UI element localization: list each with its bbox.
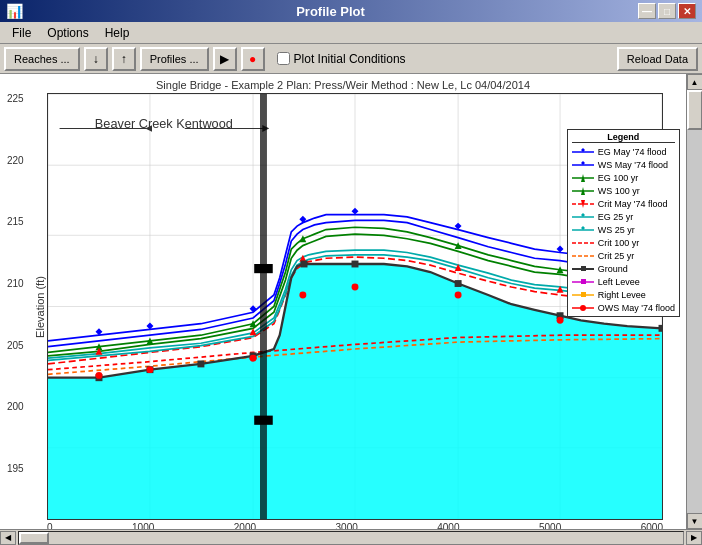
y-tick-215: 215 xyxy=(7,216,24,227)
v-scroll-thumb[interactable] xyxy=(687,90,703,130)
legend-item-ws-100: WS 100 yr xyxy=(572,184,675,197)
svg-point-50 xyxy=(95,372,102,379)
legend-box: Legend EG May '74 flood WS May '74 flood… xyxy=(567,129,680,317)
y-tick-205: 205 xyxy=(7,340,24,351)
maximize-button[interactable]: □ xyxy=(658,3,676,19)
scroll-right-button[interactable]: ▶ xyxy=(686,531,702,545)
menu-help[interactable]: Help xyxy=(97,24,138,42)
svg-rect-18 xyxy=(260,94,267,519)
y-tick-225: 225 xyxy=(7,93,24,104)
x-tick-6000: 6000 xyxy=(641,522,663,529)
svg-rect-49 xyxy=(659,325,663,332)
reaches-button[interactable]: Reaches ... xyxy=(4,47,80,71)
svg-rect-43 xyxy=(197,360,204,367)
y-tick-220: 220 xyxy=(7,155,24,166)
legend-item-ows-may74: OWS May '74 flood xyxy=(572,301,675,314)
svg-point-53 xyxy=(299,292,306,299)
svg-point-55 xyxy=(455,292,462,299)
svg-rect-45 xyxy=(301,261,308,268)
legend-title: Legend xyxy=(572,132,675,143)
menu-options[interactable]: Options xyxy=(39,24,96,42)
svg-rect-76 xyxy=(581,279,586,284)
svg-marker-32 xyxy=(299,235,306,242)
y-tick-200: 200 xyxy=(7,401,24,412)
toolbar: Reaches ... ↓ ↑ Profiles ... ▶ ● Plot In… xyxy=(0,44,702,74)
x-tick-2000: 2000 xyxy=(234,522,256,529)
svg-point-51 xyxy=(146,366,153,373)
svg-rect-47 xyxy=(455,280,462,287)
scroll-up-button[interactable]: ▲ xyxy=(687,74,703,90)
legend-item-left-levee: Left Levee xyxy=(572,275,675,288)
scroll-left-button[interactable]: ◀ xyxy=(0,531,16,545)
legend-item-crit-25: Crit 25 yr xyxy=(572,249,675,262)
svg-point-80 xyxy=(580,305,586,311)
vertical-scrollbar: ▲ ▼ xyxy=(686,74,702,529)
svg-point-56 xyxy=(557,317,564,324)
x-tick-4000: 4000 xyxy=(437,522,459,529)
record-button[interactable]: ● xyxy=(241,47,265,71)
y-tick-195: 195 xyxy=(7,463,24,474)
legend-item-ground: Ground xyxy=(572,262,675,275)
profiles-button[interactable]: Profiles ... xyxy=(140,47,209,71)
y-axis-label: Elevation (ft) xyxy=(34,276,46,338)
x-tick-1000: 1000 xyxy=(132,522,154,529)
x-tick-3000: 3000 xyxy=(336,522,358,529)
plot-initial-conditions-area: Plot Initial Conditions xyxy=(277,52,406,66)
svg-rect-46 xyxy=(352,261,359,268)
menu-bar: File Options Help xyxy=(0,22,702,44)
window-controls: — □ ✕ xyxy=(638,3,696,19)
svg-rect-20 xyxy=(254,416,273,425)
svg-rect-74 xyxy=(581,266,586,271)
title-bar: 📊 Profile Plot — □ ✕ xyxy=(0,0,702,22)
minimize-button[interactable]: — xyxy=(638,3,656,19)
svg-point-52 xyxy=(250,355,257,362)
svg-text:Beaver Creek Kentwood: Beaver Creek Kentwood xyxy=(95,118,233,132)
play-button[interactable]: ▶ xyxy=(213,47,237,71)
legend-item-right-levee: Right Levee xyxy=(572,288,675,301)
svg-point-54 xyxy=(352,284,359,291)
y-tick-210: 210 xyxy=(7,278,24,289)
svg-marker-25 xyxy=(352,208,359,215)
legend-item-crit-may74: Crit May '74 flood xyxy=(572,197,675,210)
plot-initial-conditions-label: Plot Initial Conditions xyxy=(294,52,406,66)
x-tick-5000: 5000 xyxy=(539,522,561,529)
menu-file[interactable]: File xyxy=(4,24,39,42)
legend-item-crit-100: Crit 100 yr xyxy=(572,236,675,249)
legend-item-ws-25: WS 25 yr xyxy=(572,223,675,236)
svg-rect-78 xyxy=(581,292,586,297)
legend-item-eg-may74: EG May '74 flood xyxy=(572,145,675,158)
h-scroll-track[interactable] xyxy=(18,531,684,545)
legend-item-eg-25: EG 25 yr xyxy=(572,210,675,223)
legend-item-eg-100: EG 100 yr xyxy=(572,171,675,184)
horizontal-scrollbar: ◀ ▶ xyxy=(0,529,702,545)
plot-initial-conditions-checkbox[interactable] xyxy=(277,52,290,65)
legend-item-ws-may74: WS May '74 flood xyxy=(572,158,675,171)
scroll-down-button[interactable]: ▼ xyxy=(687,513,703,529)
v-scroll-track[interactable] xyxy=(687,90,703,513)
reload-data-button[interactable]: Reload Data xyxy=(617,47,698,71)
close-button[interactable]: ✕ xyxy=(678,3,696,19)
window-title: Profile Plot xyxy=(296,4,365,19)
window-icon: 📊 xyxy=(6,3,23,19)
up-button[interactable]: ↑ xyxy=(112,47,136,71)
x-tick-0: 0 xyxy=(47,522,53,529)
down-button[interactable]: ↓ xyxy=(84,47,108,71)
chart-title: Single Bridge - Example 2 Plan: Press/We… xyxy=(5,79,681,91)
h-scroll-thumb[interactable] xyxy=(19,532,49,544)
svg-rect-19 xyxy=(254,264,273,273)
